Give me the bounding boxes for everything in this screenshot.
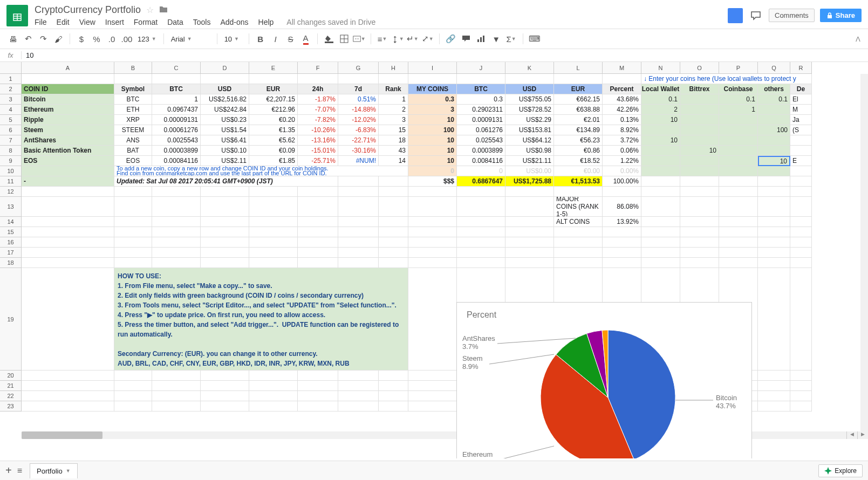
- svg-text:Ethereum: Ethereum: [462, 450, 493, 458]
- redo-icon[interactable]: ↷: [37, 32, 50, 45]
- lock-icon: [826, 12, 833, 19]
- menu-help[interactable]: Help: [258, 18, 274, 26]
- rotate-icon[interactable]: ⤢▼: [421, 32, 434, 45]
- paint-format-icon[interactable]: 🖌: [52, 32, 65, 45]
- svg-text:Steem: Steem: [462, 354, 483, 362]
- column-headers[interactable]: ABCDEFGHIJKLMNOPQR: [22, 62, 812, 74]
- toolbar: 🖶 ↶ ↷ 🖌 $ % .0 .00 123 ▼ Arial ▼ 10 ▼ B …: [0, 29, 868, 49]
- link-icon[interactable]: 🔗: [445, 32, 457, 45]
- comment-icon[interactable]: [748, 8, 763, 23]
- filter-icon[interactable]: ▼: [490, 32, 503, 45]
- folder-icon[interactable]: [159, 4, 168, 16]
- svg-line-23: [489, 354, 554, 364]
- menu-data[interactable]: Data: [167, 18, 183, 26]
- format-currency-icon[interactable]: $: [75, 32, 88, 45]
- fx-label: fx: [0, 51, 22, 59]
- wrap-icon[interactable]: ↵▼: [406, 32, 419, 45]
- halign-icon[interactable]: ≡▼: [376, 32, 389, 45]
- format-number[interactable]: 123 ▼: [135, 34, 159, 44]
- select-all-corner[interactable]: [0, 62, 22, 74]
- print-icon[interactable]: 🖶: [6, 32, 19, 45]
- row-headers[interactable]: 1234567891011121314151617181920212223: [0, 74, 22, 412]
- merge-cells-icon[interactable]: ▼: [353, 32, 366, 45]
- fill-color-icon[interactable]: [323, 32, 336, 45]
- menu-format[interactable]: Format: [134, 18, 158, 26]
- sheet-tab[interactable]: Portfolio ▼: [30, 463, 78, 478]
- formula-input[interactable]: 10: [22, 50, 868, 60]
- star-icon[interactable]: ☆: [146, 5, 154, 15]
- scroll-pager[interactable]: ◀▶: [846, 431, 868, 439]
- font-family[interactable]: Arial ▼: [169, 34, 212, 44]
- add-sheet-button[interactable]: +: [5, 464, 12, 477]
- functions-icon[interactable]: Σ▼: [505, 32, 518, 45]
- comment-insert-icon[interactable]: [460, 32, 473, 45]
- borders-icon[interactable]: [338, 32, 351, 45]
- menu-insert[interactable]: Insert: [105, 18, 124, 26]
- chart-icon[interactable]: [475, 32, 488, 45]
- comments-button[interactable]: Comments: [769, 9, 815, 22]
- menu-edit[interactable]: Edit: [57, 18, 70, 26]
- svg-text:8.9%: 8.9%: [462, 362, 479, 371]
- svg-text:43.7%: 43.7%: [716, 402, 736, 410]
- explore-icon: [824, 467, 832, 475]
- svg-line-25: [500, 446, 554, 458]
- svg-rect-10: [353, 36, 360, 42]
- menu-bar: FileEditViewInsertFormatDataToolsAdd-ons…: [35, 18, 728, 26]
- svg-text:AntShares: AntShares: [462, 334, 495, 342]
- pie-chart[interactable]: Percent AntShares3.7%Steem8.9%Bitcoin43.…: [456, 302, 752, 458]
- decrease-decimal-icon[interactable]: .0: [105, 32, 118, 45]
- svg-text:3.7%: 3.7%: [462, 342, 479, 351]
- increase-decimal-icon[interactable]: .00: [120, 32, 133, 45]
- menu-add-ons[interactable]: Add-ons: [220, 18, 248, 26]
- menu-tools[interactable]: Tools: [193, 18, 211, 26]
- svg-rect-11: [477, 39, 479, 42]
- svg-text:Bitcoin: Bitcoin: [716, 394, 737, 402]
- vertical-scrollbar[interactable]: [860, 74, 868, 431]
- format-percent-icon[interactable]: %: [90, 32, 103, 45]
- svg-rect-5: [828, 15, 832, 18]
- strikethrough-icon[interactable]: S: [284, 32, 297, 45]
- chart-title: Percent: [457, 303, 751, 322]
- keyboard-icon[interactable]: ⌨: [528, 32, 541, 45]
- addon-avatar[interactable]: [728, 8, 743, 23]
- all-sheets-button[interactable]: ≡: [17, 466, 22, 476]
- share-button[interactable]: Share: [820, 9, 862, 22]
- italic-icon[interactable]: I: [269, 32, 282, 45]
- font-size[interactable]: 10 ▼: [222, 34, 244, 44]
- doc-title[interactable]: CryptoCurrency Portfolio: [35, 4, 141, 16]
- valign-icon[interactable]: ⭥▼: [391, 32, 404, 45]
- sheets-logo[interactable]: [6, 5, 28, 26]
- undo-icon[interactable]: ↶: [22, 32, 35, 45]
- svg-rect-6: [325, 42, 333, 43]
- svg-line-22: [497, 338, 576, 344]
- collapse-toolbar-icon[interactable]: ᐱ: [856, 35, 860, 43]
- svg-rect-12: [480, 37, 482, 42]
- save-status: All changes saved in Drive: [286, 18, 375, 26]
- explore-button[interactable]: Explore: [818, 464, 863, 477]
- text-color-icon[interactable]: A: [299, 32, 312, 45]
- bold-icon[interactable]: B: [254, 32, 267, 45]
- svg-rect-13: [483, 36, 484, 42]
- menu-file[interactable]: File: [35, 18, 47, 26]
- menu-view[interactable]: View: [79, 18, 95, 26]
